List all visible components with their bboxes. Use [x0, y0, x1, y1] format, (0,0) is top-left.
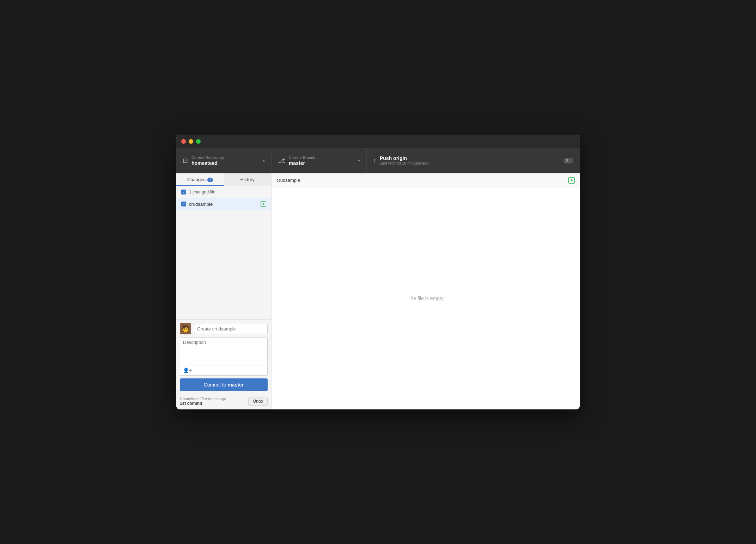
- push-icon: ↑: [373, 157, 376, 164]
- branch-label: Current Branch: [289, 155, 355, 160]
- file-name: crudsample: [189, 202, 258, 207]
- repo-selector[interactable]: ⊡ Current Repository homestead ▾: [176, 148, 272, 173]
- content-panel: crudsample + The file is empty: [272, 173, 580, 409]
- branch-icon: ⎇: [278, 157, 285, 165]
- add-coauthor-button[interactable]: 👤+: [182, 367, 193, 374]
- traffic-lights: [181, 139, 201, 144]
- content-add-button[interactable]: +: [568, 177, 575, 184]
- select-all-checkbox[interactable]: ✓: [181, 190, 186, 194]
- check-icon: ✓: [182, 190, 185, 194]
- sidebar-tabs: Changes1 History: [176, 173, 271, 186]
- content-filename: crudsample: [276, 178, 300, 183]
- changed-files-label: 1 changed file: [189, 190, 215, 194]
- push-badge-arrow: ↑: [569, 159, 571, 162]
- file-checkbox[interactable]: ✓: [181, 202, 186, 206]
- app-window: ⊡ Current Repository homestead ▾ ⎇ Curre…: [176, 135, 580, 409]
- content-header: crudsample +: [272, 173, 580, 187]
- last-commit-info: Committed 15 minutes ago 1st commit: [180, 397, 226, 406]
- changes-badge: 1: [207, 178, 213, 182]
- push-sublabel: Last fetched 18 minutes ago: [380, 161, 560, 165]
- minimize-button[interactable]: [189, 139, 193, 144]
- commit-area: 🧑 👤+ Commit to master: [176, 319, 271, 394]
- push-info: Push origin Last fetched 18 minutes ago: [380, 155, 560, 166]
- repo-info: Current Repository homestead: [191, 155, 260, 166]
- changed-files-header: ✓ 1 changed file: [176, 186, 271, 198]
- commit-summary-row: 🧑: [180, 323, 268, 334]
- branch-info: Current Branch master: [289, 155, 355, 166]
- sidebar: Changes1 History ✓ 1 changed file ✓: [176, 173, 272, 409]
- tab-history[interactable]: History: [224, 173, 272, 186]
- commit-description-input[interactable]: [180, 337, 268, 365]
- commit-desc-footer: 👤+: [180, 365, 268, 376]
- content-empty-message: The file is empty: [272, 187, 580, 409]
- last-commit-msg: 1st commit: [180, 401, 226, 406]
- push-badge: 2 ↑: [563, 158, 573, 163]
- toolbar: ⊡ Current Repository homestead ▾ ⎇ Curre…: [176, 148, 580, 173]
- repo-name: homestead: [191, 160, 260, 166]
- repo-dropdown-arrow: ▾: [263, 158, 265, 163]
- last-commit-bar: Committed 15 minutes ago 1st commit Undo: [176, 394, 271, 409]
- push-button[interactable]: ↑ Push origin Last fetched 18 minutes ag…: [367, 148, 580, 173]
- file-added-icon: +: [261, 201, 266, 207]
- branch-name: master: [289, 160, 355, 166]
- file-item-crudsample[interactable]: ✓ crudsample +: [176, 198, 271, 210]
- push-label: Push origin: [380, 155, 560, 161]
- branch-selector[interactable]: ⎇ Current Branch master ▾: [272, 148, 367, 173]
- avatar: 🧑: [180, 323, 191, 334]
- tab-changes[interactable]: Changes1: [176, 173, 224, 186]
- undo-button[interactable]: Undo: [248, 397, 268, 406]
- branch-dropdown-arrow: ▾: [358, 158, 360, 163]
- repo-icon: ⊡: [183, 157, 188, 165]
- changed-files-list: ✓ 1 changed file ✓ crudsample +: [176, 186, 271, 319]
- file-check-icon: ✓: [182, 202, 185, 206]
- repo-label: Current Repository: [191, 155, 260, 160]
- push-badge-count: 2: [566, 159, 568, 163]
- main-area: Changes1 History ✓ 1 changed file ✓: [176, 173, 580, 409]
- last-commit-time: Committed 15 minutes ago: [180, 397, 226, 401]
- close-button[interactable]: [181, 139, 186, 144]
- maximize-button[interactable]: [196, 139, 201, 144]
- commit-summary-input[interactable]: [194, 324, 268, 334]
- commit-button[interactable]: Commit to master: [180, 378, 268, 391]
- title-bar: [176, 135, 580, 148]
